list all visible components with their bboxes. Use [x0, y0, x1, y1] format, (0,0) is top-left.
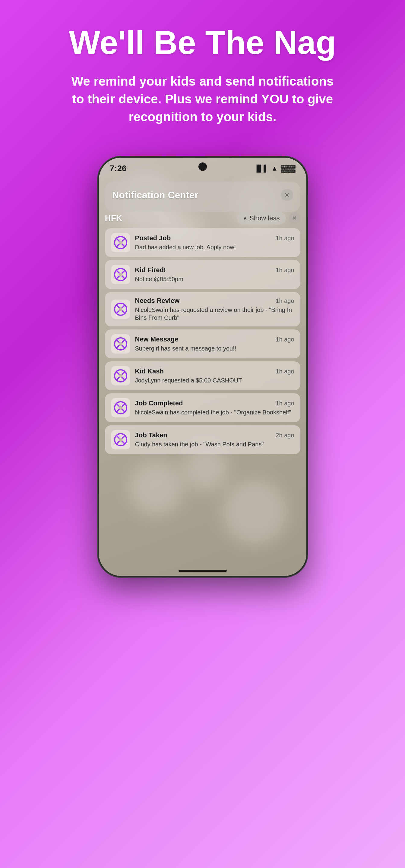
bokeh-circle-5 — [222, 479, 288, 546]
notification-item[interactable]: Needs Review 1h ago NicoleSwain has requ… — [105, 292, 300, 327]
notification-title: Posted Job — [135, 234, 171, 242]
notification-time: 1h ago — [276, 400, 294, 407]
notification-title: Job Taken — [135, 431, 167, 439]
notification-item[interactable]: Kid Fired! 1h ago Notice @05:50pm — [105, 260, 300, 289]
hfk-header: HFK ∧ Show less ✕ — [105, 212, 300, 224]
notification-content: Kid Fired! 1h ago Notice @05:50pm — [135, 266, 294, 283]
notification-content: Posted Job 1h ago Dad has added a new jo… — [135, 234, 294, 251]
notification-content: Job Completed 1h ago NicoleSwain has com… — [135, 399, 294, 416]
nc-header: Notification Center ✕ — [112, 189, 293, 201]
camera-notch — [198, 162, 207, 171]
notification-item[interactable]: Job Completed 1h ago NicoleSwain has com… — [105, 393, 300, 422]
hfk-label: HFK — [105, 213, 122, 223]
notification-top: Job Taken 2h ago — [135, 431, 294, 439]
notification-content: Needs Review 1h ago NicoleSwain has requ… — [135, 297, 294, 321]
svg-point-14 — [119, 307, 122, 311]
notification-title: New Message — [135, 336, 178, 343]
app-icon — [111, 300, 130, 319]
header-section: We'll Be The Nag We remind your kids and… — [43, 0, 363, 138]
app-icon — [111, 366, 130, 385]
notification-top: New Message 1h ago — [135, 336, 294, 343]
app-icon — [111, 233, 130, 252]
show-less-label: Show less — [250, 214, 280, 222]
notification-title: Needs Review — [135, 297, 180, 305]
app-icon — [111, 398, 130, 417]
notification-top: Posted Job 1h ago — [135, 234, 294, 242]
notification-title: Kid Fired! — [135, 266, 166, 274]
notification-top: Needs Review 1h ago — [135, 297, 294, 305]
notification-item[interactable]: Job Taken 2h ago Cindy has taken the job… — [105, 425, 300, 454]
svg-point-4 — [119, 241, 122, 244]
svg-point-29 — [119, 406, 122, 410]
notification-title: Kid Kash — [135, 367, 164, 375]
notification-body: NicoleSwain has completed the job - "Org… — [135, 408, 294, 416]
svg-point-24 — [119, 374, 122, 378]
notification-center-close-button[interactable]: ✕ — [281, 189, 293, 201]
hfk-controls: ∧ Show less ✕ — [237, 212, 300, 224]
phone-mockup: 7:26 ▐▌▌ ▲ ▓▓▓ Notification Center ✕ HFK — [97, 156, 308, 578]
svg-point-34 — [119, 438, 122, 441]
home-indicator — [178, 570, 227, 572]
notification-time: 1h ago — [276, 368, 294, 375]
status-time: 7:26 — [110, 164, 127, 173]
hfk-section: HFK ∧ Show less ✕ — [105, 212, 300, 224]
notification-time: 2h ago — [276, 432, 294, 439]
subtitle: We remind your kids and send notificatio… — [67, 73, 338, 126]
notification-time: 1h ago — [276, 336, 294, 343]
phone-frame: 7:26 ▐▌▌ ▲ ▓▓▓ Notification Center ✕ HFK — [97, 156, 308, 578]
notification-top: Kid Fired! 1h ago — [135, 266, 294, 274]
notification-center-title: Notification Center — [112, 190, 198, 201]
notification-top: Job Completed 1h ago — [135, 399, 294, 407]
notification-body: NicoleSwain has requested a review on th… — [135, 306, 294, 321]
notification-content: New Message 1h ago Supergirl has sent a … — [135, 336, 294, 352]
svg-point-19 — [119, 342, 122, 346]
notification-body: Supergirl has sent a message to you!! — [135, 344, 294, 352]
notification-content: Job Taken 2h ago Cindy has taken the job… — [135, 431, 294, 448]
notification-item[interactable]: New Message 1h ago Supergirl has sent a … — [105, 330, 300, 358]
notification-time: 1h ago — [276, 298, 294, 304]
notification-time: 1h ago — [276, 267, 294, 274]
notification-title: Job Completed — [135, 399, 183, 407]
signal-icon: ▐▌▌ — [254, 164, 268, 173]
show-less-button[interactable]: ∧ Show less — [237, 212, 286, 224]
main-title: We'll Be The Nag — [67, 24, 338, 61]
app-icon — [111, 265, 130, 284]
notification-body: JodyLynn requested a $5.00 CASHOUT — [135, 376, 294, 384]
notification-body: Dad has added a new job. Apply now! — [135, 243, 294, 251]
hfk-close-button[interactable]: ✕ — [289, 213, 300, 224]
notification-center-header: Notification Center ✕ — [105, 182, 300, 212]
notification-content: Kid Kash 1h ago JodyLynn requested a $5.… — [135, 367, 294, 384]
notification-time: 1h ago — [276, 235, 294, 242]
svg-point-9 — [119, 273, 122, 276]
battery-icon: ▓▓▓ — [281, 164, 295, 173]
bokeh-circle-4 — [129, 461, 183, 516]
notification-item[interactable]: Kid Kash 1h ago JodyLynn requested a $5.… — [105, 361, 300, 390]
notification-body: Cindy has taken the job - "Wash Pots and… — [135, 440, 294, 448]
wifi-icon: ▲ — [271, 164, 278, 173]
app-icon — [111, 334, 130, 353]
notification-top: Kid Kash 1h ago — [135, 367, 294, 375]
chevron-up-icon: ∧ — [243, 215, 247, 221]
app-icon — [111, 430, 130, 450]
phone-screen: 7:26 ▐▌▌ ▲ ▓▓▓ Notification Center ✕ HFK — [99, 158, 307, 576]
notifications-list: Posted Job 1h ago Dad has added a new jo… — [105, 228, 300, 454]
notification-body: Notice @05:50pm — [135, 275, 294, 283]
status-icons: ▐▌▌ ▲ ▓▓▓ — [254, 164, 295, 173]
notification-item[interactable]: Posted Job 1h ago Dad has added a new jo… — [105, 228, 300, 257]
